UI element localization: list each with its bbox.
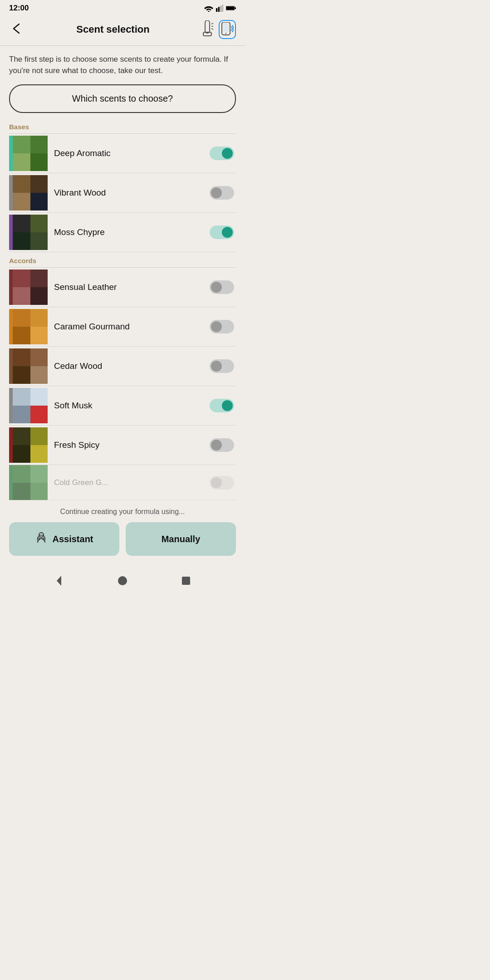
back-button[interactable]	[9, 21, 25, 38]
scent-item-caramel-gourmand: Caramel Gourmand	[9, 307, 236, 347]
scent-image-vibrant-wood	[9, 175, 48, 211]
scent-color-bar	[9, 309, 13, 344]
scent-name-deep-aromatic: Deep Aromatic	[48, 148, 210, 158]
signal-icon	[216, 5, 223, 12]
toggle-track	[210, 438, 234, 452]
scent-item-cold-green: Cold Green G...	[9, 465, 236, 500]
svg-rect-6	[235, 7, 236, 9]
toggle-track	[210, 280, 234, 294]
scent-color-bar	[9, 270, 13, 305]
scent-item-soft-musk: Soft Musk	[9, 386, 236, 426]
wifi-icon	[204, 5, 213, 12]
scent-name-soft-musk: Soft Musk	[48, 401, 210, 411]
toggle-knob	[222, 148, 233, 159]
scent-item-moss-chypre: Moss Chypre	[9, 213, 236, 252]
scent-name-vibrant-wood: Vibrant Wood	[48, 188, 210, 198]
nav-bar	[0, 564, 245, 598]
svg-rect-1	[216, 8, 217, 12]
toggle-knob	[211, 440, 222, 451]
status-bar: 12:00	[0, 0, 245, 15]
svg-line-9	[211, 23, 213, 24]
toggle-knob	[211, 282, 222, 293]
toggle-moss-chypre[interactable]	[210, 225, 234, 239]
scent-name-caramel-gourmand: Caramel Gourmand	[48, 322, 210, 332]
toggle-track	[210, 147, 234, 160]
toggle-soft-musk[interactable]	[210, 399, 234, 412]
scent-image-deep-aromatic	[9, 136, 48, 171]
toggle-track	[210, 320, 234, 333]
svg-point-0	[208, 11, 209, 12]
which-scents-button[interactable]: Which scents to choose?	[9, 84, 236, 113]
content: The first step is to choose some scents …	[0, 46, 245, 500]
scent-item-cedar-wood: Cedar Wood	[9, 347, 236, 386]
scent-name-cold-green: Cold Green G...	[48, 478, 210, 487]
bottom-section: Continue creating your formula using... …	[0, 500, 245, 556]
nav-back-button[interactable]	[50, 572, 68, 589]
scent-image-soft-musk	[9, 388, 48, 423]
scent-color-bar	[9, 175, 13, 211]
phone-speaker-icon[interactable]	[219, 20, 236, 39]
scent-image-sensual-leather	[9, 270, 48, 305]
assistant-button[interactable]: Assistant	[9, 522, 119, 556]
toggle-track	[210, 225, 234, 239]
nav-home-button[interactable]	[114, 572, 131, 589]
toggle-knob	[222, 227, 233, 238]
diffuser-device-icon[interactable]	[201, 20, 214, 39]
toggle-knob	[211, 321, 222, 332]
scent-color-bar	[9, 348, 13, 384]
scent-item-fresh-spicy: Fresh Spicy	[9, 426, 236, 465]
svg-rect-3	[220, 6, 221, 12]
accords-label: Accords	[9, 257, 236, 265]
status-icons	[204, 5, 236, 12]
scent-image-cold-green	[9, 465, 48, 500]
toggle-knob	[211, 477, 222, 488]
header-left	[9, 21, 25, 38]
toggle-track	[210, 399, 234, 412]
nav-recent-button[interactable]	[177, 572, 195, 589]
scent-color-bar	[9, 427, 13, 463]
scent-image-moss-chypre	[9, 215, 48, 250]
scent-color-bar	[9, 388, 13, 423]
toggle-knob	[211, 187, 222, 198]
toggle-vibrant-wood[interactable]	[210, 186, 234, 200]
manually-button[interactable]: Manually	[126, 522, 236, 556]
toggle-track	[210, 359, 234, 373]
toggle-fresh-spicy[interactable]	[210, 438, 234, 452]
manually-label: Manually	[162, 534, 201, 544]
scent-image-fresh-spicy	[9, 427, 48, 463]
svg-line-11	[211, 29, 213, 29]
toggle-caramel-gourmand[interactable]	[210, 320, 234, 333]
toggle-track	[210, 186, 234, 200]
scent-name-sensual-leather: Sensual Leather	[48, 282, 210, 292]
scent-name-fresh-spicy: Fresh Spicy	[48, 440, 210, 450]
assistant-label: Assistant	[52, 534, 93, 544]
battery-icon	[226, 5, 236, 11]
scent-name-cedar-wood: Cedar Wood	[48, 361, 210, 371]
header-right	[201, 20, 236, 39]
bottom-buttons: Assistant Manually	[9, 522, 236, 556]
status-time: 12:00	[9, 4, 29, 13]
toggle-cedar-wood[interactable]	[210, 359, 234, 373]
svg-rect-2	[218, 7, 220, 12]
continue-text: Continue creating your formula using...	[9, 508, 236, 516]
svg-rect-4	[222, 5, 223, 12]
assistant-icon	[35, 531, 48, 547]
svg-point-15	[225, 33, 226, 34]
page-title: Scent selection	[76, 24, 149, 35]
scent-item-vibrant-wood: Vibrant Wood	[9, 173, 236, 213]
scent-name-moss-chypre: Moss Chypre	[48, 227, 210, 237]
toggle-track	[210, 476, 234, 490]
scent-color-bar	[9, 215, 13, 250]
svg-rect-21	[182, 577, 190, 585]
toggle-deep-aromatic[interactable]	[210, 147, 234, 160]
scent-image-caramel-gourmand	[9, 309, 48, 344]
intro-text: The first step is to choose some scents …	[9, 54, 236, 76]
accords-section: Accords Sensual Leather	[9, 257, 236, 500]
toggle-cold-green[interactable]	[210, 476, 234, 490]
svg-rect-7	[226, 7, 234, 10]
scent-image-cedar-wood	[9, 348, 48, 384]
header: Scent selection	[0, 15, 245, 45]
scent-item-sensual-leather: Sensual Leather	[9, 268, 236, 307]
toggle-sensual-leather[interactable]	[210, 280, 234, 294]
scent-color-bar	[9, 465, 13, 500]
